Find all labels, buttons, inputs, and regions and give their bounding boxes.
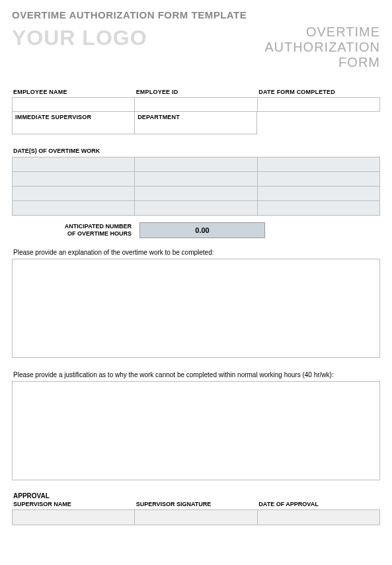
date-cell[interactable] xyxy=(135,172,257,187)
department-label: DEPARTMENT xyxy=(135,112,256,120)
date-cell[interactable] xyxy=(135,157,257,172)
approval-date-cell[interactable] xyxy=(257,509,380,525)
justification-prompt: Please provide a justification as to why… xyxy=(13,371,380,378)
approval-supervisor-sig-label: SUPERVISOR SIGNATURE xyxy=(135,501,258,509)
page-title: OVERTIME AUTHORIZATION FORM TEMPLATE xyxy=(12,9,380,21)
date-cell[interactable] xyxy=(257,157,379,172)
logo-placeholder: YOUR LOGO xyxy=(12,24,147,48)
date-cell[interactable] xyxy=(13,157,135,172)
date-cell[interactable] xyxy=(257,187,379,201)
dates-label: DATE(S) OF OVERTIME WORK xyxy=(13,148,380,154)
approval-supervisor-sig-cell[interactable] xyxy=(134,509,257,525)
header-row: YOUR LOGO OVERTIME AUTHORIZATION FORM xyxy=(12,24,380,70)
anticipated-row: ANTICIPATED NUMBER OF OVERTIME HOURS 0.0… xyxy=(12,222,380,238)
date-cell[interactable] xyxy=(13,201,135,216)
dates-table xyxy=(12,157,380,216)
date-cell[interactable] xyxy=(135,187,257,201)
date-cell[interactable] xyxy=(135,201,257,216)
supervisor-label: IMMEDIATE SUPERVISOR xyxy=(13,112,134,120)
approval-supervisor-name-label: SUPERVISOR NAME xyxy=(12,501,135,509)
explanation-textarea[interactable] xyxy=(12,259,380,358)
approval-heading: APPROVAL xyxy=(13,492,380,500)
form-title-line3: FORM xyxy=(338,55,380,69)
date-cell[interactable] xyxy=(257,201,379,216)
date-cell[interactable] xyxy=(13,172,135,187)
date-cell[interactable] xyxy=(13,187,135,201)
anticipated-label-l2: OF OVERTIME HOURS xyxy=(67,230,132,237)
anticipated-hours-value[interactable]: 0.00 xyxy=(139,222,265,238)
form-title-line2: AUTHORIZATION xyxy=(264,40,380,54)
approval-supervisor-name-cell[interactable] xyxy=(12,509,135,525)
supervisor-input[interactable] xyxy=(13,120,134,134)
anticipated-label: ANTICIPATED NUMBER OF OVERTIME HOURS xyxy=(12,223,134,238)
department-input[interactable] xyxy=(135,120,256,134)
employee-name-input[interactable] xyxy=(13,98,134,111)
approval-date-label: DATE OF APPROVAL xyxy=(257,501,380,509)
anticipated-label-l1: ANTICIPATED NUMBER xyxy=(65,223,132,230)
employee-id-label: EMPLOYEE ID xyxy=(135,89,258,97)
date-completed-input[interactable] xyxy=(258,98,379,111)
form-title-line1: OVERTIME xyxy=(306,24,380,39)
date-completed-label: DATE FORM COMPLETED xyxy=(257,89,380,97)
employee-id-input[interactable] xyxy=(135,98,256,111)
employee-name-label: EMPLOYEE NAME xyxy=(12,89,135,97)
form-title: OVERTIME AUTHORIZATION FORM xyxy=(264,24,380,70)
justification-textarea[interactable] xyxy=(12,381,380,480)
explanation-prompt: Please provide an explanation of the ove… xyxy=(13,249,380,256)
date-cell[interactable] xyxy=(257,172,379,187)
